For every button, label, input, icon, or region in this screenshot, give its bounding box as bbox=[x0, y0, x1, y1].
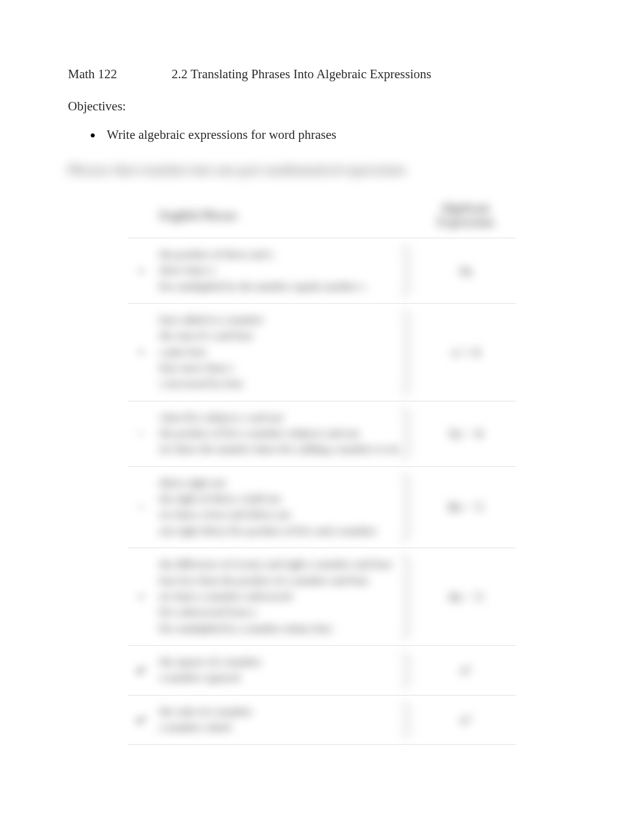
section-title: 2.2 Translating Phrases Into Algebraic E… bbox=[172, 67, 431, 82]
phrase-block: the difference of twenty and eight a num… bbox=[159, 557, 411, 637]
phrase-line: five multiplied by the number equals ano… bbox=[159, 279, 400, 295]
expression-cell: x + 4 bbox=[415, 304, 516, 401]
phrase-cell: the product of three and xthree times xf… bbox=[155, 238, 415, 304]
header-phrase: English Phrase bbox=[155, 195, 415, 238]
brace-icon bbox=[402, 312, 408, 392]
phrase-line: a number cubed bbox=[159, 720, 400, 736]
phrase-cell: four added to a numberthe sum of x and f… bbox=[155, 304, 415, 401]
phrase-line: the cube of a number bbox=[159, 704, 400, 720]
phrase-line: a number squared bbox=[159, 670, 400, 686]
objective-item: Write algebraic expressions for word phr… bbox=[93, 127, 576, 143]
header-op bbox=[128, 195, 155, 238]
phrase-line: six times a beta and thirty out bbox=[159, 507, 400, 523]
phrase-line: the product of three and x bbox=[159, 247, 400, 263]
phrase-block: thirty eight outthe eight of thirty a ha… bbox=[159, 475, 411, 539]
intro-text: Phrases that translate into one-part mat… bbox=[68, 163, 576, 177]
header-expression: Algebraic Expression bbox=[415, 195, 516, 238]
phrase-line: x plus four bbox=[159, 344, 400, 360]
brace-icon bbox=[402, 557, 408, 637]
phrase-line: six times a number subtracted bbox=[159, 589, 400, 605]
phrase-line: five multiplied by a number minus four bbox=[159, 621, 400, 637]
phrase-line: six times the number times five adding a… bbox=[159, 441, 400, 457]
phrase-line: x increased by four bbox=[159, 376, 400, 392]
brace-icon bbox=[402, 475, 408, 539]
phrase-line: the eight of thirty a half out bbox=[159, 491, 400, 507]
expression-cell: 8x − 5 bbox=[415, 466, 516, 548]
brace-icon bbox=[402, 247, 408, 295]
phrase-line: the sum of x and four bbox=[159, 328, 400, 344]
expression-cell: 4x − 5 bbox=[415, 548, 516, 646]
phrase-cell: the difference of twenty and eight a num… bbox=[155, 548, 415, 646]
phrase-cell: the cube of a numbera number cubed bbox=[155, 695, 415, 745]
brace-icon bbox=[402, 410, 408, 458]
phrase-block: the cube of a numbera number cubed bbox=[159, 704, 411, 736]
table-row: x²the square of a numbera number squared… bbox=[128, 645, 516, 695]
phrase-block: the square of a numbera number squared bbox=[159, 654, 411, 686]
expression-cell: 3x bbox=[415, 238, 516, 304]
course-label: Math 122 bbox=[68, 67, 117, 82]
phrase-line: four more than x bbox=[159, 360, 400, 376]
phrase-block: four added to a numberthe sum of x and f… bbox=[159, 312, 411, 392]
document-header: Math 122 2.2 Translating Phrases Into Al… bbox=[68, 67, 576, 82]
objectives-list: Write algebraic expressions for word phr… bbox=[68, 127, 576, 143]
table-header-row: English Phrase Algebraic Expression bbox=[128, 195, 516, 238]
operation-cell: + bbox=[128, 304, 155, 401]
expression-cell: x² bbox=[415, 645, 516, 695]
phrase-line: four added to a number bbox=[159, 312, 400, 328]
operation-cell: x³ bbox=[128, 695, 155, 745]
phrase-table: English Phrase Algebraic Expression +the… bbox=[128, 195, 516, 745]
phrase-cell: when five subjects x and outthe product … bbox=[155, 401, 415, 466]
table-row: −when five subjects x and outthe product… bbox=[128, 401, 516, 466]
operation-cell: + bbox=[128, 238, 155, 304]
table-row: +four added to a numberthe sum of x and … bbox=[128, 304, 516, 401]
phrase-line: one eight thirty five product of five an… bbox=[159, 523, 400, 539]
phrase-block: when five subjects x and outthe product … bbox=[159, 410, 411, 458]
table-row: ÷the difference of twenty and eight a nu… bbox=[128, 548, 516, 646]
phrase-line: three times x bbox=[159, 263, 400, 278]
phrase-line: the difference of twenty and eight a num… bbox=[159, 557, 400, 572]
phrase-line: the square of a number bbox=[159, 654, 400, 670]
table-row: x³the cube of a numbera number cubedx³ bbox=[128, 695, 516, 745]
operation-cell: − bbox=[128, 466, 155, 548]
blurred-content-region: Phrases that translate into one-part mat… bbox=[68, 163, 576, 745]
operation-cell: − bbox=[128, 401, 155, 466]
phrase-block: the product of three and xthree times xf… bbox=[159, 247, 411, 295]
operation-cell: ÷ bbox=[128, 548, 155, 646]
table-row: +the product of three and xthree times x… bbox=[128, 238, 516, 304]
brace-icon bbox=[402, 654, 408, 686]
phrase-line: four less than the product of a number a… bbox=[159, 573, 400, 589]
expression-cell: x³ bbox=[415, 695, 516, 745]
phrase-line: the product of five a number subjects an… bbox=[159, 426, 400, 441]
table-row: −thirty eight outthe eight of thirty a h… bbox=[128, 466, 516, 548]
expression-cell: 5x − 6 bbox=[415, 401, 516, 466]
operation-cell: x² bbox=[128, 645, 155, 695]
phrase-line: thirty eight out bbox=[159, 475, 400, 491]
brace-icon bbox=[402, 704, 408, 736]
phrase-cell: thirty eight outthe eight of thirty a ha… bbox=[155, 466, 415, 548]
phrase-line: when five subjects x and out bbox=[159, 410, 400, 426]
phrase-line: five subtracted from x bbox=[159, 605, 400, 620]
objectives-heading: Objectives: bbox=[68, 99, 576, 114]
phrase-cell: the square of a numbera number squared bbox=[155, 645, 415, 695]
